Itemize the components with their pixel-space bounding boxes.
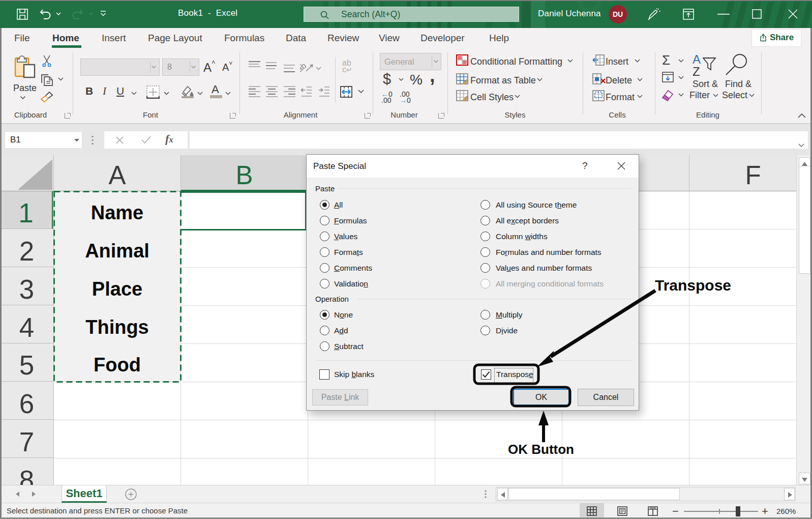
svg-text:ab: ab [300,62,308,73]
